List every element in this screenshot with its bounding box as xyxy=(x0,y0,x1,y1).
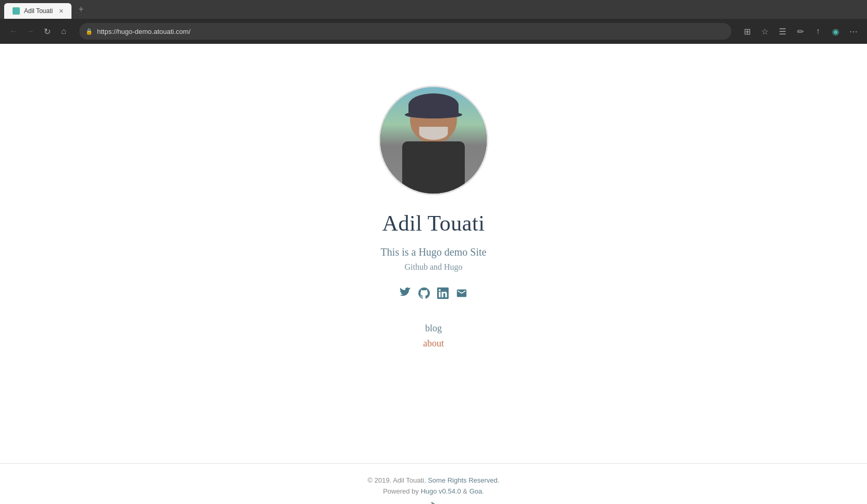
tab-close-button[interactable]: × xyxy=(59,7,63,15)
nav-buttons: ← → ↻ ⌂ xyxy=(6,24,71,39)
rss-icon[interactable] xyxy=(429,500,438,504)
github-link[interactable] xyxy=(418,287,430,302)
back-button[interactable]: ← xyxy=(6,24,21,39)
social-icons xyxy=(400,287,467,302)
profile-icon[interactable]: ◉ xyxy=(828,24,843,39)
bookmark-icon[interactable]: ☆ xyxy=(757,24,772,39)
footer-powered: Powered by Hugo v0.54.0 & Goa. xyxy=(383,487,484,495)
address-bar-container[interactable]: 🔒 xyxy=(79,23,731,40)
tab-favicon xyxy=(13,7,20,15)
toolbar-right: ⊞ ☆ ☰ ✏ ↑ ◉ ⋯ xyxy=(740,24,861,39)
site-tagline: This is a Hugo demo Site xyxy=(381,246,487,258)
share-icon[interactable]: ↑ xyxy=(811,24,825,39)
avatar xyxy=(379,86,488,195)
active-tab[interactable]: Adil Touati × xyxy=(4,3,71,19)
menu-icon[interactable]: ⋯ xyxy=(846,24,861,39)
about-nav-link[interactable]: about xyxy=(423,338,444,349)
forward-button[interactable]: → xyxy=(23,24,38,39)
twitter-link[interactable] xyxy=(400,287,411,302)
reading-list-icon[interactable]: ☰ xyxy=(775,24,790,39)
hugo-link[interactable]: Hugo v0.54.0 xyxy=(420,487,461,495)
nav-links: blog about xyxy=(423,323,444,349)
main-area: Adil Touati This is a Hugo demo Site Git… xyxy=(0,44,867,463)
email-link[interactable] xyxy=(456,287,467,302)
home-button[interactable]: ⌂ xyxy=(56,24,71,39)
footer-copyright: © 2019. Adil Touati. Some Rights Reserve… xyxy=(368,476,500,484)
browser-chrome: ← → ↻ ⌂ 🔒 ⊞ ☆ ☰ ✏ ↑ ◉ ⋯ xyxy=(0,19,867,44)
address-bar[interactable] xyxy=(97,28,725,35)
goa-link[interactable]: Goa xyxy=(469,487,483,495)
tab-bar: Adil Touati × + xyxy=(0,0,867,19)
new-tab-button[interactable]: + xyxy=(74,2,88,17)
annotate-icon[interactable]: ✏ xyxy=(793,24,808,39)
page-content: Adil Touati This is a Hugo demo Site Git… xyxy=(0,44,867,504)
tab-title: Adil Touati xyxy=(24,7,53,15)
linkedin-link[interactable] xyxy=(437,287,449,302)
tab-search-icon[interactable]: ⊞ xyxy=(740,24,754,39)
lock-icon: 🔒 xyxy=(86,28,93,35)
footer-rights-link[interactable]: Some Rights Reserved. xyxy=(428,476,499,484)
site-subtitle: Github and Hugo xyxy=(404,262,462,272)
blog-nav-link[interactable]: blog xyxy=(425,323,442,334)
site-owner-name: Adil Touati xyxy=(382,211,485,236)
avatar-face xyxy=(380,87,487,194)
reload-button[interactable]: ↻ xyxy=(40,24,54,39)
footer: © 2019. Adil Touati. Some Rights Reserve… xyxy=(0,463,867,504)
